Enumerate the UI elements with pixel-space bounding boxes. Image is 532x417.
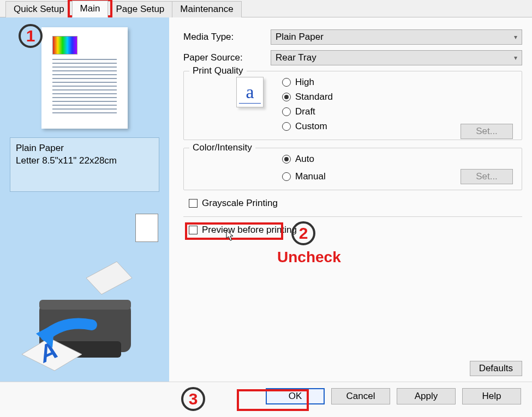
radio-label: Custom [295,121,327,132]
radio-custom[interactable]: Custom [282,121,333,132]
svg-rect-1 [39,300,131,310]
paper-info-box: Plain Paper Letter 8.5"x11" 22x28cm [10,137,159,192]
paper-type-label: Plain Paper [16,142,153,155]
preview-before-printing-checkbox[interactable]: Preview before printing [189,225,522,235]
tab-page-setup[interactable]: Page Setup [107,1,172,17]
radio-label: Draft [295,106,315,117]
radio-label: High [295,77,314,88]
checkbox-icon [189,199,198,208]
radio-auto[interactable]: Auto [282,154,326,165]
tab-main[interactable]: Main [72,1,109,17]
rainbow-swatch-icon [52,36,77,55]
radio-manual[interactable]: Manual [282,171,326,182]
checkbox-label: Preview before printing [202,225,297,235]
group-title: Color/Intensity [189,142,255,153]
content-area: Plain Paper Letter 8.5"x11" 22x28cm A Me… [0,17,532,382]
help-button[interactable]: Help [462,388,521,404]
print-quality-group: Print Quality a High Standard Draft Cust… [183,71,522,140]
select-value: Plain Paper [276,32,324,43]
media-type-label: Media Type: [183,32,271,43]
radio-label: Auto [295,154,314,165]
svg-marker-3 [86,262,132,294]
radio-label: Manual [295,171,326,182]
orientation-thumbnail[interactable] [135,214,158,242]
checkbox-icon [189,226,198,234]
grayscale-printing-checkbox[interactable]: Grayscale Printing [189,198,522,209]
letter-a-icon: a [236,77,264,107]
settings-panel: Media Type: Plain Paper ▾ Paper Source: … [169,17,532,382]
paper-size-label: Letter 8.5"x11" 22x28cm [16,155,153,167]
page-preview [41,27,128,129]
paper-source-select[interactable]: Rear Tray ▾ [271,50,522,65]
tab-label: Quick Setup [14,4,64,14]
dialog-button-bar: OK Cancel Apply Help [0,382,532,410]
radio-label: Standard [295,92,333,102]
group-title: Print Quality [189,65,247,76]
tab-maintenance[interactable]: Maintenance [172,1,241,17]
tab-label: Page Setup [116,4,164,14]
color-intensity-group: Color/Intensity Auto Manual Set... [183,148,522,190]
printer-icon: A [10,254,163,374]
chevron-down-icon: ▾ [514,54,517,62]
tab-quick-setup[interactable]: Quick Setup [5,1,73,17]
chevron-down-icon: ▾ [514,33,517,41]
tab-bar: Quick Setup Main Page Setup Maintenance [0,0,532,17]
set-quality-button[interactable]: Set... [461,124,513,139]
radio-draft[interactable]: Draft [282,106,333,117]
checkbox-label: Grayscale Printing [202,198,278,209]
set-color-button[interactable]: Set... [461,169,513,184]
select-value: Rear Tray [276,52,316,63]
cancel-button[interactable]: Cancel [331,388,390,404]
tab-label: Main [80,3,100,14]
radio-standard[interactable]: Standard [282,92,333,102]
preview-panel: Plain Paper Letter 8.5"x11" 22x28cm A [0,17,169,382]
paper-source-label: Paper Source: [183,52,271,63]
tab-label: Maintenance [180,4,233,14]
defaults-button[interactable]: Defaults [470,361,522,376]
radio-high[interactable]: High [282,77,333,88]
media-type-select[interactable]: Plain Paper ▾ [271,29,522,45]
ok-button[interactable]: OK [266,388,325,404]
apply-button[interactable]: Apply [397,388,456,404]
